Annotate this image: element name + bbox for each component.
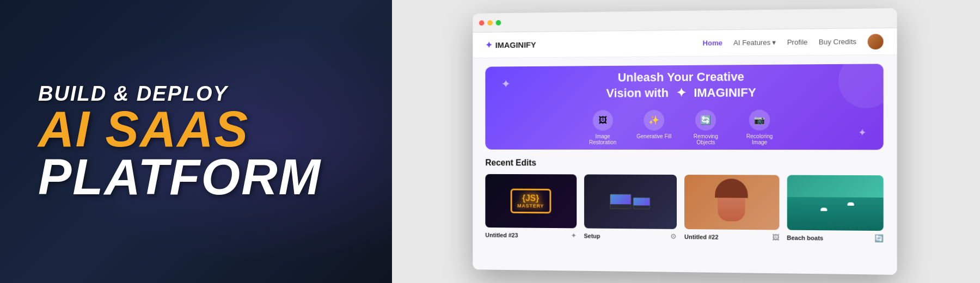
recoloring-icon: 📷: [749, 109, 770, 130]
recent-edits-section: Recent Edits {JS} MASTERY Untit: [485, 158, 883, 242]
feature-generative-label: Generative Fill: [636, 133, 671, 139]
hero-brand-name: IMAGINIFY: [694, 85, 756, 101]
js-badge: {JS} MASTERY: [511, 189, 551, 214]
nav-profile-link[interactable]: Profile: [787, 38, 808, 47]
feature-restoration-label: Image Restoration: [584, 133, 622, 145]
hero-banner: ✦ ✦ Unleash Your Creative Vision with ✦ …: [485, 64, 883, 150]
monitor-setup: [610, 194, 650, 209]
removing-objects-icon: 🔄: [695, 109, 716, 130]
beach-boat-1-icon: [820, 208, 827, 211]
edit-info-1: Untitled #23 ✦: [485, 231, 576, 239]
hero-feature-restoration[interactable]: 🖼 Image Restoration: [584, 110, 622, 145]
nav-ai-features-label: AI Features: [733, 38, 770, 47]
browser-maximize-dot[interactable]: [496, 20, 501, 25]
edit-item-2[interactable]: Setup ⚙: [584, 174, 677, 241]
hero-title-line1: Unleash Your Creative: [618, 70, 744, 84]
image-restoration-icon: 🖼: [592, 110, 612, 131]
feature-recoloring-label: Recoloring Image: [740, 133, 779, 145]
recent-edits-title: Recent Edits: [485, 158, 883, 169]
hero-star-tl-icon: ✦: [501, 77, 510, 91]
edit-action-icon-2[interactable]: ⚙: [670, 232, 677, 241]
edit-name-4: Beach boats: [787, 234, 823, 241]
hero-feature-generative[interactable]: ✨ Generative Fill: [636, 110, 671, 145]
edit-info-2: Setup ⚙: [584, 231, 677, 240]
browser-close-dot[interactable]: [479, 20, 485, 26]
edit-thumbnail-2: [584, 174, 677, 229]
app-body: ✦ ✦ Unleash Your Creative Vision with ✦ …: [473, 55, 897, 275]
edit-info-4: Beach boats 🔄: [787, 233, 883, 243]
hero-features: 🖼 Image Restoration ✨ Generative Fill 🔄 …: [584, 109, 779, 145]
hero-feature-recoloring[interactable]: 📷 Recoloring Image: [740, 109, 779, 145]
portrait-face-icon: [718, 183, 745, 222]
hero-title-line2: Vision with: [606, 85, 669, 101]
monitor-big-icon: [610, 194, 631, 209]
edit-action-icon-1[interactable]: ✦: [571, 231, 577, 239]
left-panel: BUILD & DEPLOY AI SAAS PLATFORM: [0, 0, 392, 283]
app-logo[interactable]: ✦ IMAGINIFY: [485, 40, 536, 51]
edit-thumbnail-4: [787, 175, 883, 231]
logo-star-icon: ✦: [485, 40, 492, 50]
edit-name-3: Untitled #22: [684, 233, 719, 241]
app-navbar: ✦ IMAGINIFY Home AI Features ▾ Profile B…: [473, 28, 897, 58]
js-mastery-label: MASTERY: [517, 203, 544, 208]
edit-item-4[interactable]: Beach boats 🔄: [787, 175, 883, 243]
ai-saas-heading: AI SAAS: [38, 106, 354, 153]
edit-name-2: Setup: [584, 232, 600, 239]
nav-buy-credits-link[interactable]: Buy Credits: [819, 38, 856, 46]
nav-ai-features-chevron-icon: ▾: [772, 38, 776, 46]
nav-home-link[interactable]: Home: [703, 39, 722, 47]
js-curly-braces-icon: {JS}: [517, 193, 544, 203]
edit-name-1: Untitled #23: [485, 231, 518, 238]
logo-text: IMAGINIFY: [495, 40, 536, 50]
generative-fill-icon: ✨: [644, 110, 664, 131]
beach-boat-2-icon: [848, 202, 854, 206]
beach-water: [787, 197, 883, 231]
edit-action-icon-4[interactable]: 🔄: [874, 234, 884, 242]
nav-links: Home AI Features ▾ Profile Buy Credits: [703, 34, 884, 51]
feature-removing-label: Removing Objects: [687, 133, 725, 145]
hero-star-br-icon: ✦: [858, 127, 867, 139]
hero-center: Unleash Your Creative Vision with ✦ IMAG…: [584, 69, 779, 145]
edit-thumbnail-1: {JS} MASTERY: [485, 174, 576, 229]
hero-brand: Vision with ✦ IMAGINIFY: [606, 85, 756, 101]
hero-title: Unleash Your Creative Vision with ✦ IMAG…: [584, 69, 779, 101]
hero-brand-star-icon: ✦: [676, 85, 686, 101]
hero-feature-removing[interactable]: 🔄 Removing Objects: [687, 109, 725, 145]
nav-ai-features-link[interactable]: AI Features ▾: [733, 38, 776, 47]
edit-thumbnail-3: [684, 175, 779, 230]
platform-heading: PLATFORM: [38, 153, 354, 201]
edit-item-3[interactable]: Untitled #22 🖼: [684, 175, 779, 242]
edits-grid: {JS} MASTERY Untitled #23 ✦: [485, 174, 883, 243]
right-panel: ✦ IMAGINIFY Home AI Features ▾ Profile B…: [392, 0, 980, 283]
edit-item-1[interactable]: {JS} MASTERY Untitled #23 ✦: [485, 174, 576, 239]
portrait-hair: [715, 179, 748, 198]
monitor-mid-icon: [633, 198, 651, 210]
edit-info-3: Untitled #22 🖼: [684, 232, 779, 242]
browser-window: ✦ IMAGINIFY Home AI Features ▾ Profile B…: [473, 8, 897, 275]
browser-content: ✦ IMAGINIFY Home AI Features ▾ Profile B…: [473, 28, 897, 275]
browser-minimize-dot[interactable]: [487, 20, 493, 26]
edit-action-icon-3[interactable]: 🖼: [772, 233, 779, 241]
avatar[interactable]: [868, 34, 884, 50]
